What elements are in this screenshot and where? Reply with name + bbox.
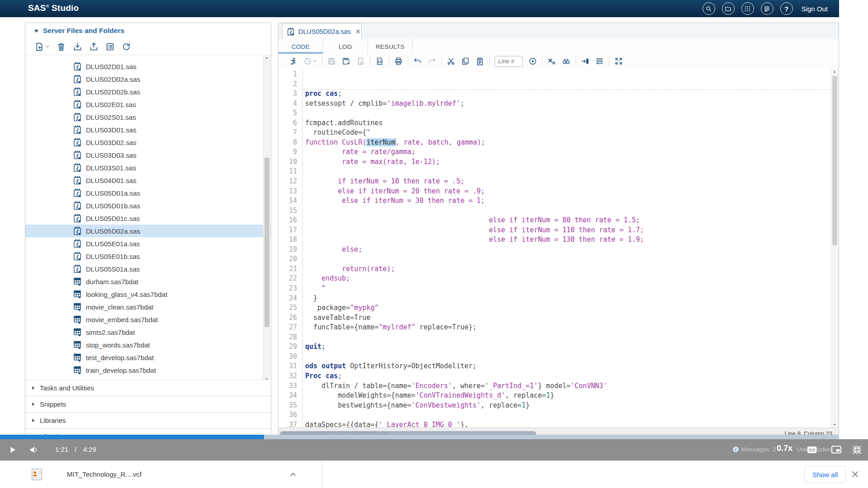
file-tree-item[interactable]: looking_glass_v4.sas7bdat [25, 288, 271, 300]
file-tree-item[interactable]: movie_embed.sas7bdat [25, 313, 271, 326]
server-files-section-header[interactable]: Server Files and Folders [25, 23, 271, 38]
file-name: looking_glass_v4.sas7bdat [86, 291, 167, 298]
file-tree-item[interactable]: DLUS05D01b.sas [25, 199, 271, 212]
file-tree-item[interactable]: stop_words.sas7bdat [25, 338, 271, 351]
saveas-button[interactable] [342, 57, 350, 66]
line-number: 19 [278, 245, 302, 255]
file-tree-item[interactable]: train_develop.sas7bdat [25, 364, 271, 376]
trash-button[interactable] [57, 42, 66, 52]
video-seek-bar[interactable] [0, 435, 839, 439]
code-line: 32Proc cas; [278, 371, 831, 381]
seek-progress-fill [0, 435, 264, 439]
file-tree-item[interactable]: DLUS03S01.sas [25, 161, 271, 174]
file-tree-item[interactable]: DLUS05D02a.sas [25, 225, 271, 237]
sidebar-section-snippets[interactable]: Snippets [25, 396, 271, 412]
save-button[interactable] [327, 57, 336, 66]
file-tree-item[interactable]: DLUS03D02.sas [25, 136, 271, 149]
tab-close-icon[interactable]: ✕ [355, 28, 361, 35]
file-name: DLUS05D01a.sas [86, 189, 140, 197]
cut-button[interactable] [447, 57, 455, 66]
expand-button[interactable] [614, 57, 623, 66]
sas-program-icon [73, 252, 82, 261]
file-tree-item[interactable]: DLUS05E01a.sas [25, 237, 271, 250]
file-tree-item[interactable]: DLUS05E01b.sas [25, 250, 271, 263]
refresh-button[interactable] [122, 42, 131, 52]
file-tree-scrollbar[interactable] [263, 55, 270, 382]
tab-title: DLUS05D02a.sas [298, 28, 351, 35]
apps-icon[interactable] [741, 2, 754, 15]
file-tree-item[interactable]: DLUS03D03.sas [25, 149, 271, 161]
code-editor[interactable]: 123proc cas;4setsessopt / cmplib='imagel… [278, 69, 831, 428]
exit-fullscreen-icon[interactable] [852, 445, 862, 455]
sidebar-section-libraries[interactable]: Libraries [25, 412, 271, 428]
redo-button[interactable] [428, 57, 436, 66]
line-number-input[interactable] [495, 56, 523, 67]
file-tree-item[interactable]: DLUS05S01a.sas [25, 263, 271, 275]
help-icon[interactable]: ? [780, 2, 793, 15]
runner-button[interactable] [289, 57, 297, 66]
paste-button[interactable] [476, 57, 484, 66]
pagerefresh-button[interactable] [356, 57, 365, 66]
line-number: 8 [278, 138, 302, 148]
scroll-down-icon[interactable] [832, 423, 837, 427]
download-menu-caret-icon[interactable] [289, 471, 297, 478]
code-line: 26 saveTable=True [278, 313, 831, 323]
volume-icon[interactable] [29, 445, 39, 455]
file-tree-item[interactable]: test_develop.sas7bdat [25, 351, 271, 364]
scrollbar-thumb[interactable] [832, 76, 837, 245]
undo-button[interactable] [413, 57, 422, 66]
file-tree-item[interactable]: DLUS02D02a.sas [25, 73, 271, 85]
caret-down-icon [45, 44, 50, 49]
history-button[interactable] [303, 57, 317, 66]
file-tree-item[interactable]: DLUS05D01c.sas [25, 212, 271, 225]
file-tree-item[interactable]: movie_clean.sas7bdat [25, 300, 271, 313]
view-tab-results[interactable]: RESULTS [368, 39, 413, 54]
file-tree-item[interactable]: durham.sas7bdat [25, 275, 271, 288]
search-icon[interactable] [703, 2, 715, 15]
file-tree-item[interactable]: DLUS02S01.sas [25, 111, 271, 123]
view-tab-log[interactable]: LOG [323, 39, 368, 54]
upload-button[interactable] [89, 42, 99, 52]
editor-scrollbar[interactable] [831, 69, 839, 428]
downloaded-file-button[interactable]: MIT_Technology_R....vcf [67, 470, 142, 478]
folder-icon[interactable] [722, 2, 735, 15]
pagecode-button[interactable] [375, 57, 384, 66]
file-tree-item[interactable]: DLUS03D01.sas [25, 123, 271, 136]
list-icon[interactable] [761, 2, 774, 15]
play-button[interactable] [9, 446, 17, 454]
download-button[interactable] [73, 42, 82, 52]
playback-speed-button[interactable]: 0.7x [777, 444, 793, 453]
file-tree-item[interactable]: simts2.sas7bdat [25, 326, 271, 338]
find-button[interactable] [562, 57, 571, 66]
tab-dlus05d02a[interactable]: DLUS05D02a.sas ✕ [282, 23, 362, 39]
submit-button[interactable] [581, 57, 590, 66]
file-tree-item[interactable]: DLUS05D01a.sas [25, 187, 271, 199]
clearx-button[interactable] [547, 57, 556, 66]
format-button[interactable] [595, 57, 604, 66]
code-line: 34 modelWeights={name='ConVTrainedWeight… [278, 391, 831, 401]
file-tree-item[interactable]: DLUS02E01.sas [25, 98, 271, 111]
show-all-downloads-button[interactable]: Show all [804, 466, 846, 483]
sas-program-icon [73, 150, 82, 160]
picture-in-picture-icon[interactable] [829, 444, 844, 455]
files-toolbar [25, 38, 271, 55]
close-downloads-bar-icon[interactable] [851, 470, 859, 479]
copy-button[interactable] [461, 57, 470, 66]
section-label: Tasks and Utilities [40, 384, 94, 392]
view-tab-code[interactable]: CODE [278, 39, 323, 54]
file-tree-item[interactable]: DLUS02D02b.sas [25, 85, 271, 98]
table-file-icon [73, 353, 82, 362]
newfile-button[interactable] [34, 42, 50, 52]
scrollbar-thumb[interactable] [264, 158, 269, 327]
print-button[interactable] [394, 57, 403, 66]
sidebar-section-tasks-and-utilities[interactable]: Tasks and Utilities [25, 380, 271, 396]
goto-button[interactable] [528, 57, 537, 66]
scroll-up-icon[interactable] [832, 70, 837, 74]
properties-button[interactable] [105, 42, 115, 52]
file-tree-item[interactable]: DLUS04D01.sas [25, 174, 271, 187]
captions-icon[interactable] [805, 445, 819, 455]
line-number: 3 [278, 89, 302, 99]
file-tree-item[interactable]: DLUS02D01.sas [25, 60, 271, 73]
scroll-up-icon[interactable] [264, 56, 269, 60]
sign-out-link[interactable]: Sign Out [802, 5, 828, 13]
